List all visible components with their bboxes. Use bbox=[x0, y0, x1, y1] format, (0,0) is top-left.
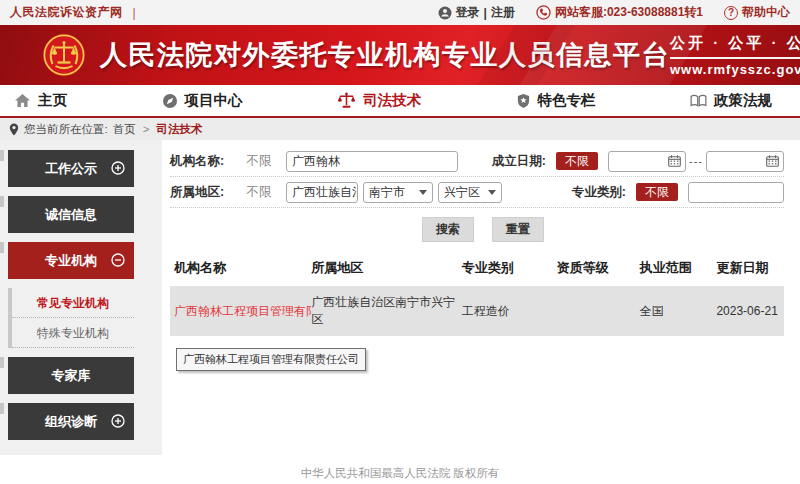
book-icon bbox=[690, 94, 707, 108]
footer: 中华人民共和国最高人民法院 版权所有 bbox=[0, 455, 800, 484]
date-start-input[interactable] bbox=[608, 151, 686, 172]
sidebar-item-work-publicity[interactable]: 工作公示 bbox=[8, 150, 134, 187]
sidebar-subitem-common-orgs[interactable]: 常见专业机构 bbox=[12, 288, 134, 318]
col-header-region: 所属地区 bbox=[311, 259, 461, 277]
org-name-link[interactable]: 广西翰林工程项目管理有限责任... bbox=[170, 303, 311, 320]
main-panel: 机构名称: 不限 成立日期: 不限 --- 所属地区: bbox=[162, 140, 800, 455]
location-pin-icon bbox=[9, 123, 19, 136]
main-nav: 主页 项目中心 司法技术 特色专栏 政策法规 bbox=[0, 85, 800, 118]
home-icon bbox=[14, 93, 31, 108]
district-select-value: 兴宁区 bbox=[444, 184, 480, 201]
sidebar-item-label: 工作公示 bbox=[45, 160, 97, 178]
search-button[interactable]: 搜索 bbox=[422, 217, 474, 242]
breadcrumb-current: 司法技术 bbox=[156, 122, 202, 137]
org-name-label: 机构名称: bbox=[170, 153, 238, 170]
phone-icon bbox=[536, 5, 551, 20]
website-url: www.rmfysszc.gov.cn bbox=[670, 59, 800, 77]
founding-date-label: 成立日期: bbox=[492, 153, 546, 170]
cell-region: 广西壮族自治区南宁市兴宁区 bbox=[311, 294, 461, 328]
service-group: 网站客服:023-63088881转1 bbox=[536, 4, 703, 21]
category-input[interactable] bbox=[688, 182, 784, 203]
banner-right: 公开 · 公平 · 公正 www.rmfysszc.gov.cn bbox=[670, 34, 800, 77]
topbar-divider: | bbox=[133, 6, 136, 20]
breadcrumb-prefix: 您当前所在位置: bbox=[24, 122, 108, 137]
badge-icon bbox=[516, 93, 531, 109]
help-question-icon: ? bbox=[724, 6, 738, 20]
col-header-org-name: 机构名称 bbox=[170, 259, 311, 277]
login-link[interactable]: 登录 bbox=[456, 4, 480, 21]
nav-label: 特色专栏 bbox=[538, 91, 596, 110]
table-row: 广西翰林工程项目管理有限责任... 广西壮族自治区南宁市兴宁区 工程造价 全国 … bbox=[170, 286, 784, 336]
cell-scope: 全国 bbox=[640, 303, 717, 320]
region-nolimit-toggle[interactable]: 不限 bbox=[238, 184, 280, 201]
date-end-input[interactable] bbox=[706, 151, 784, 172]
city-select-value: 南宁市 bbox=[369, 184, 405, 201]
city-select[interactable]: 南宁市 bbox=[363, 182, 433, 203]
table-header-row: 机构名称 所属地区 专业类别 资质等级 执业范围 更新日期 bbox=[170, 249, 784, 286]
project-icon bbox=[162, 93, 178, 109]
breadcrumb: 您当前所在位置: 首页 > 司法技术 bbox=[0, 118, 800, 140]
province-select-value: 广西壮族自治 bbox=[292, 184, 358, 201]
calendar-icon bbox=[766, 155, 779, 167]
chevron-down-icon bbox=[488, 190, 496, 195]
breadcrumb-separator: > bbox=[143, 123, 150, 135]
sidebar-item-credit-info[interactable]: 诚信信息 bbox=[8, 196, 134, 233]
category-label: 专业类别: bbox=[572, 184, 626, 201]
col-header-category: 专业类别 bbox=[462, 259, 557, 277]
banner-header: 人民法院对外委托专业机构专业人员信息平台 公开 · 公平 · 公正 www.rm… bbox=[0, 25, 800, 85]
plus-circle-icon[interactable] bbox=[111, 414, 125, 428]
calendar-icon bbox=[668, 155, 681, 167]
filter-row-region-category: 所属地区: 不限 广西壮族自治 南宁市 兴宁区 专业类别: 不限 bbox=[170, 177, 784, 208]
sidebar-item-label: 专业机构 bbox=[45, 252, 97, 270]
org-name-tooltip: 广西翰林工程项目管理有限责任公司 bbox=[176, 348, 366, 371]
page: 人民法院诉讼资产网 | 登录 | 注册 网站客服:023-63088881转1 … bbox=[0, 0, 800, 484]
help-center-link[interactable]: 帮助中心 bbox=[742, 4, 790, 21]
sidebar-item-professional-orgs[interactable]: 专业机构 bbox=[8, 242, 134, 279]
org-name-input[interactable] bbox=[286, 151, 458, 172]
sidebar-item-label: 组织诊断 bbox=[45, 413, 97, 431]
category-filter-group: 专业类别: 不限 bbox=[572, 182, 784, 203]
province-select[interactable]: 广西壮族自治 bbox=[286, 182, 358, 203]
sister-site-link[interactable]: 人民法院诉讼资产网 bbox=[10, 4, 123, 21]
sidebar-item-label: 专家库 bbox=[52, 367, 91, 385]
sidebar: 工作公示 诚信信息 专业机构 常见专业机构 特殊专业机构 专家库 组织诊断 bbox=[0, 140, 162, 455]
auth-divider: | bbox=[484, 6, 487, 20]
date-range-separator: --- bbox=[689, 155, 703, 167]
auth-group: 登录 | 注册 bbox=[438, 4, 515, 21]
col-header-qualification: 资质等级 bbox=[557, 259, 640, 277]
help-group: ? 帮助中心 bbox=[724, 4, 790, 21]
reset-button[interactable]: 重置 bbox=[492, 217, 544, 242]
scales-icon bbox=[337, 92, 356, 109]
topbar-right: 登录 | 注册 网站客服:023-63088881转1 ? 帮助中心 bbox=[424, 4, 790, 21]
nav-item-judicial-tech[interactable]: 司法技术 bbox=[337, 91, 421, 110]
date-filter-group: 成立日期: 不限 --- bbox=[492, 151, 784, 172]
sidebar-subitem-special-orgs[interactable]: 特殊专业机构 bbox=[12, 318, 134, 348]
plus-circle-icon[interactable] bbox=[111, 161, 125, 175]
nav-item-special-column[interactable]: 特色专栏 bbox=[516, 91, 596, 110]
col-header-scope: 执业范围 bbox=[640, 259, 717, 277]
nav-label: 主页 bbox=[38, 91, 67, 110]
nav-label: 项目中心 bbox=[185, 91, 243, 110]
nav-label: 司法技术 bbox=[363, 91, 421, 110]
category-nolimit-toggle[interactable]: 不限 bbox=[636, 183, 678, 201]
filter-row-name-date: 机构名称: 不限 成立日期: 不限 --- bbox=[170, 146, 784, 177]
nav-item-policy[interactable]: 政策法规 bbox=[690, 91, 772, 110]
org-name-nolimit-toggle[interactable]: 不限 bbox=[238, 153, 280, 170]
nav-item-home[interactable]: 主页 bbox=[14, 91, 67, 110]
top-utility-bar: 人民法院诉讼资产网 | 登录 | 注册 网站客服:023-63088881转1 … bbox=[0, 0, 800, 25]
nav-item-project-center[interactable]: 项目中心 bbox=[162, 91, 243, 110]
district-select[interactable]: 兴宁区 bbox=[438, 182, 502, 203]
nav-label: 政策法规 bbox=[714, 91, 772, 110]
user-icon bbox=[438, 6, 452, 20]
breadcrumb-home-link[interactable]: 首页 bbox=[113, 122, 136, 137]
sidebar-submenu: 常见专业机构 特殊专业机构 bbox=[8, 288, 134, 348]
col-header-update-date: 更新日期 bbox=[716, 259, 784, 277]
sidebar-item-expert-library[interactable]: 专家库 bbox=[8, 357, 134, 394]
minus-circle-icon[interactable] bbox=[111, 253, 125, 267]
founding-date-nolimit-toggle[interactable]: 不限 bbox=[556, 152, 598, 170]
register-link[interactable]: 注册 bbox=[491, 4, 515, 21]
sidebar-item-org-diagnosis[interactable]: 组织诊断 bbox=[8, 403, 134, 440]
region-label: 所属地区: bbox=[170, 184, 238, 201]
content: 工作公示 诚信信息 专业机构 常见专业机构 特殊专业机构 专家库 组织诊断 bbox=[0, 140, 800, 455]
cell-update-date: 2023-06-21 bbox=[716, 304, 784, 318]
